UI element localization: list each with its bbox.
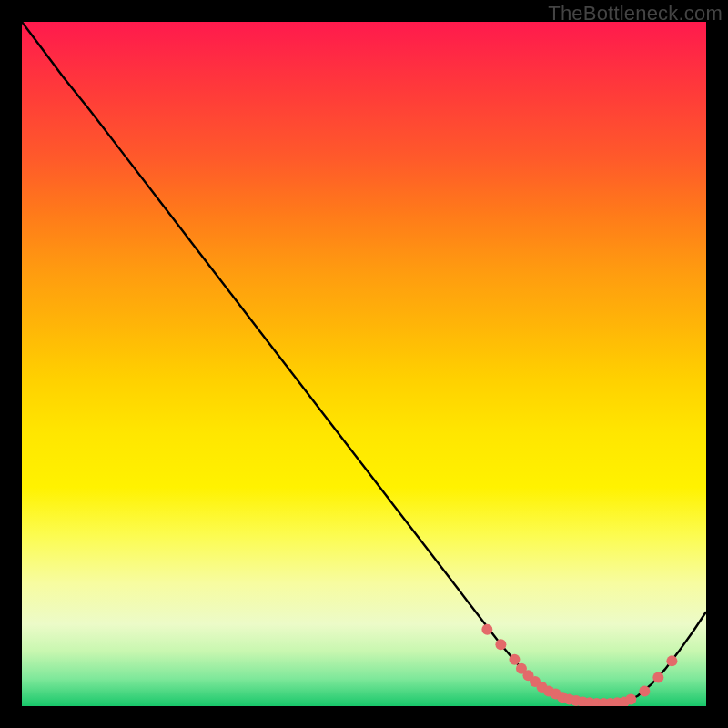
chart-frame: TheBottleneck.com [0, 0, 728, 728]
bottleneck-curve [22, 22, 706, 703]
marker-group [481, 624, 677, 706]
marker-dot [495, 639, 506, 650]
marker-dot [481, 624, 492, 635]
plot-area [22, 22, 706, 706]
curve-svg [22, 22, 706, 706]
marker-dot [509, 654, 520, 665]
marker-dot [639, 685, 650, 696]
marker-dot [625, 693, 636, 704]
marker-dot [666, 655, 677, 666]
marker-dot [652, 672, 663, 682]
